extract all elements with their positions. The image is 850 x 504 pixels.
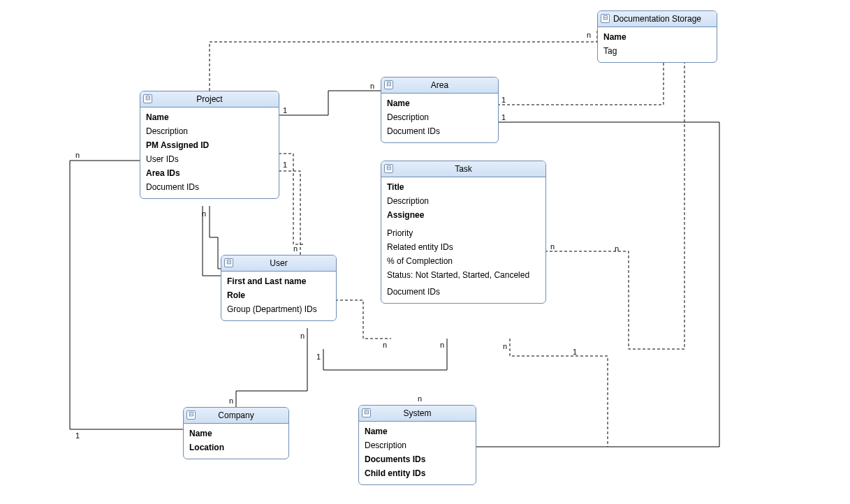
collapse-icon[interactable]: ⊟: [384, 80, 393, 89]
attr: Name: [189, 427, 283, 440]
entity-title: Area: [431, 80, 448, 90]
entity-title: System: [403, 408, 431, 418]
svg-text:n: n: [300, 332, 305, 340]
attr: Documents IDs: [365, 452, 470, 466]
entity-system[interactable]: ⊟ System Name Description Documents IDs …: [358, 405, 476, 485]
svg-text:1: 1: [283, 106, 287, 114]
entity-task[interactable]: ⊟ Task Title Description Assignee Priori…: [381, 161, 546, 304]
entity-user[interactable]: ⊟ User First and Last name Role Group (D…: [221, 255, 337, 321]
collapse-icon[interactable]: ⊟: [384, 164, 393, 173]
svg-text:n: n: [229, 396, 233, 405]
attr: % of Complection: [387, 254, 540, 268]
collapse-icon[interactable]: ⊟: [362, 408, 371, 417]
entity-company[interactable]: ⊟ Company Name Location: [183, 407, 289, 459]
entity-body: Name Location: [184, 424, 288, 459]
attr: Name: [603, 30, 711, 44]
attr: Group (Department) IDs: [227, 302, 330, 316]
entity-header[interactable]: ⊟ Task: [381, 161, 545, 177]
attr: Child entity IDs: [365, 466, 470, 480]
svg-text:1: 1: [75, 431, 80, 440]
attr: Name: [387, 96, 492, 110]
attr: Priority: [387, 226, 540, 240]
attr: Related entity IDs: [387, 240, 540, 254]
attr: Location: [189, 440, 283, 454]
attr: First and Last name: [227, 274, 330, 288]
entity-title: User: [270, 258, 287, 268]
svg-text:n: n: [75, 151, 80, 159]
entity-body: First and Last name Role Group (Departme…: [221, 272, 336, 320]
entity-header[interactable]: ⊟ System: [359, 406, 476, 422]
entity-header[interactable]: ⊟ Company: [184, 408, 288, 424]
attr: Document IDs: [387, 285, 540, 299]
attr: Description: [365, 438, 470, 452]
svg-text:n: n: [587, 31, 591, 39]
collapse-icon[interactable]: ⊟: [143, 94, 152, 103]
collapse-icon[interactable]: ⊟: [186, 410, 196, 420]
attr: User IDs: [146, 152, 273, 166]
entity-title: Project: [196, 94, 222, 104]
attr: Area IDs: [146, 166, 273, 180]
entity-body: Name Description PM Assigned ID User IDs…: [140, 108, 279, 198]
svg-text:n: n: [418, 394, 422, 403]
svg-text:1: 1: [283, 161, 287, 169]
attr: Description: [146, 124, 273, 138]
svg-text:n: n: [383, 341, 387, 349]
entity-body: Name Description Document IDs: [381, 94, 498, 142]
entity-body: Title Description Assignee Priority Rela…: [381, 177, 545, 303]
attr: Document IDs: [146, 180, 273, 194]
attr: Status: Not Started, Started, Canceled: [387, 268, 540, 282]
entity-area[interactable]: ⊟ Area Name Description Document IDs: [381, 77, 499, 143]
entity-header[interactable]: ⊟ User: [221, 255, 336, 272]
entity-title: Task: [455, 164, 472, 174]
svg-text:n: n: [615, 244, 619, 253]
svg-text:n: n: [202, 209, 206, 218]
svg-text:n: n: [440, 341, 444, 349]
svg-text:n: n: [503, 342, 507, 350]
entity-project[interactable]: ⊟ Project Name Description PM Assigned I…: [140, 91, 279, 199]
collapse-icon[interactable]: ⊟: [601, 14, 610, 23]
svg-text:1: 1: [316, 353, 321, 361]
svg-text:n: n: [550, 242, 555, 251]
attr: Role: [227, 288, 330, 302]
entity-header[interactable]: ⊟ Documentation Storage: [598, 11, 717, 27]
svg-text:1: 1: [573, 348, 577, 356]
svg-text:1: 1: [501, 96, 506, 104]
entity-header[interactable]: ⊟ Project: [140, 91, 279, 108]
entity-body: Name Tag: [598, 27, 717, 62]
svg-text:n: n: [370, 82, 374, 90]
attr: PM Assigned ID: [146, 138, 273, 152]
attr: Document IDs: [387, 124, 492, 138]
attr: Assignee: [387, 208, 540, 222]
entity-body: Name Description Documents IDs Child ent…: [359, 422, 476, 484]
svg-text:1: 1: [501, 113, 506, 121]
attr: Name: [365, 424, 470, 438]
attr: Name: [146, 110, 273, 124]
entity-title: Documentation Storage: [613, 14, 701, 24]
attr: Description: [387, 194, 540, 208]
entity-documentation-storage[interactable]: ⊟ Documentation Storage Name Tag: [597, 10, 717, 63]
attr: Tag: [603, 44, 711, 58]
entity-header[interactable]: ⊟ Area: [381, 77, 498, 94]
entity-title: Company: [218, 410, 254, 420]
attr: Description: [387, 110, 492, 124]
collapse-icon[interactable]: ⊟: [224, 258, 233, 267]
attr: Title: [387, 180, 540, 194]
svg-text:n: n: [293, 244, 298, 253]
